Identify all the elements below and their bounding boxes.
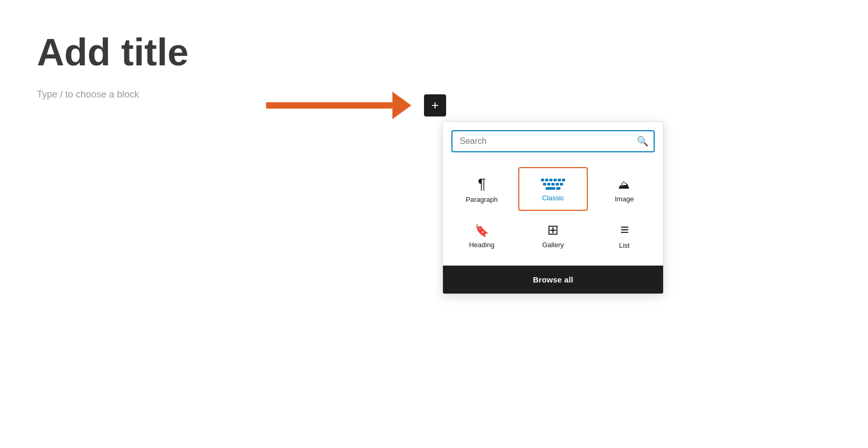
block-search-input[interactable] (451, 130, 655, 152)
classic-icon (541, 179, 565, 190)
block-item-classic[interactable]: Classic (518, 167, 587, 211)
block-inserter-popup: 🔍 Paragraph (442, 121, 664, 294)
blocks-grid: Paragraph (443, 159, 663, 265)
image-label: Image (615, 195, 634, 203)
block-item-heading[interactable]: Heading (447, 213, 516, 257)
heading-label: Heading (469, 241, 494, 249)
inserter-trigger-area: + (266, 92, 446, 119)
block-item-list[interactable]: List (590, 213, 659, 257)
image-icon (618, 177, 630, 191)
gallery-icon (547, 223, 559, 237)
block-item-gallery[interactable]: Gallery (518, 213, 587, 257)
search-area: 🔍 (443, 122, 663, 159)
plus-icon: + (431, 99, 439, 112)
block-item-image[interactable]: Image (590, 167, 659, 211)
browse-all-button[interactable]: Browse all (443, 266, 663, 294)
arrow-indicator (266, 92, 424, 119)
heading-icon (475, 223, 489, 237)
arrow-body (266, 102, 392, 109)
list-icon (620, 222, 628, 237)
paragraph-icon (478, 177, 486, 191)
classic-label: Classic (542, 194, 564, 202)
list-label: List (619, 241, 629, 249)
arrow-head (392, 92, 411, 119)
gallery-label: Gallery (542, 241, 564, 249)
add-block-button[interactable]: + (424, 94, 446, 116)
page-title[interactable]: Add title (37, 32, 831, 73)
search-wrapper: 🔍 (451, 130, 655, 152)
editor-area: Add title Type / to choose a block (0, 0, 868, 153)
block-item-paragraph[interactable]: Paragraph (447, 167, 516, 211)
paragraph-label: Paragraph (466, 196, 498, 203)
